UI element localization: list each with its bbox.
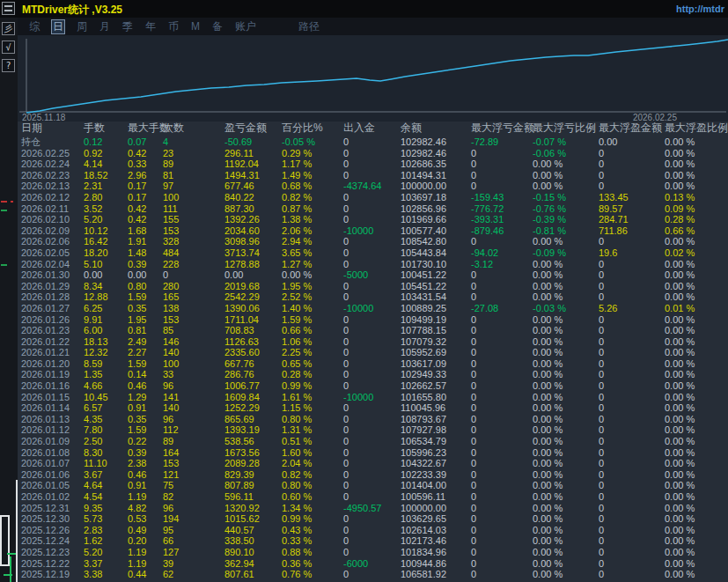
table-row[interactable]: 2026.02.045.100.392281278.881.27 %010173…: [18, 259, 728, 270]
menu-item-账户[interactable]: 账户: [234, 20, 257, 33]
menu-item-备[interactable]: 备: [211, 20, 224, 33]
table-row[interactable]: 2025.12.319.354.82961320.921.34 %-4950.5…: [18, 503, 728, 514]
candle-tick2-decoration: [4, 574, 12, 576]
cell: 0.00 %: [665, 369, 728, 380]
cell: 0.43 %: [282, 525, 343, 536]
table-row[interactable]: 2026.02.244.140.33891192.041.17 %0102686…: [18, 158, 728, 170]
table-row[interactable]: 2025.12.235.201.19127890.100.88 %0101834…: [18, 547, 728, 558]
table-row[interactable]: 2026.02.113.520.42111887.300.87 %0102856…: [18, 203, 728, 215]
column-header: 余额: [401, 122, 471, 135]
table-row[interactable]: 2026.02.122.800.17100840.220.82 %0103697…: [18, 192, 728, 203]
cell: 101655.80: [401, 392, 471, 403]
menu-item-年[interactable]: 年: [144, 20, 157, 33]
table-row[interactable]: 2026.01.2218.132.491461126.631.06 %01070…: [18, 336, 728, 348]
menu-item-周[interactable]: 周: [76, 20, 88, 33]
cell: 0: [343, 336, 401, 348]
cell: 0.00 %: [533, 491, 599, 503]
cell: 2026.01.09: [18, 436, 84, 447]
table-row[interactable]: 2026.01.054.640.9175807.890.80 %0101404.…: [18, 480, 728, 491]
table-row[interactable]: 2025.12.223.371.1939362.940.36 %-6000100…: [18, 558, 728, 570]
cell: 0: [471, 314, 533, 326]
table-header-row: 日期手数最大手数次数盈亏金额百分比%出入金余额最大浮亏金额最大浮亏比例最大浮盈金…: [18, 122, 728, 135]
cell: 102686.35: [401, 158, 471, 170]
table-row[interactable]: 2026.01.134.350.3596865.690.80 %0108793.…: [18, 414, 728, 425]
cell: -879.46: [471, 225, 533, 237]
tools-icon[interactable]: 彡: [2, 22, 15, 35]
check-icon[interactable]: √: [2, 41, 15, 54]
cell: 0.00 %: [665, 136, 728, 148]
table-row[interactable]: 2026.01.092.500.2289538.560.51 %0106534.…: [18, 436, 728, 447]
table-row[interactable]: 2026.01.298.340.802802019.681.95 %010545…: [18, 281, 728, 292]
cell: 105443.84: [401, 247, 471, 259]
table-row[interactable]: 2026.01.276.250.351381390.061.40 %-10000…: [18, 303, 728, 314]
cell: 3098.96: [224, 236, 282, 247]
cell: 296.11: [224, 148, 282, 159]
cell: 0: [599, 180, 665, 192]
cell: 0: [599, 236, 665, 247]
table-row[interactable]: 2026.01.1510.451.291411609.841.61 %-1000…: [18, 392, 728, 403]
cell: 6.25: [84, 303, 128, 314]
red-dash-decoration: [1, 201, 7, 203]
cell: 0: [343, 547, 401, 558]
table-row[interactable]: 2026.01.2812.881.591652542.292.52 %01034…: [18, 291, 728, 303]
candle-outline-decoration: [0, 515, 10, 566]
cell: 102173.46: [401, 535, 471, 547]
cell: 0: [599, 170, 665, 181]
cell: 85: [163, 325, 224, 336]
cell: 2.50: [84, 436, 128, 447]
cell: 1711.04: [224, 314, 282, 326]
cell: 0: [343, 170, 401, 181]
app-url-link[interactable]: http://mtdr: [676, 4, 724, 14]
table-row[interactable]: 2026.01.0711.102.381532089.282.04 %01043…: [18, 458, 728, 469]
table-row[interactable]: 2026.01.236.000.8185708.830.66 %0107788.…: [18, 325, 728, 336]
help-icon[interactable]: ?: [2, 59, 15, 72]
cell: 102982.46: [401, 148, 471, 159]
table-row[interactable]: 2026.01.127.801.591121393.191.31 %010792…: [18, 424, 728, 436]
cell: 1.31 %: [282, 424, 343, 436]
table-row[interactable]: 2026.01.269.911.951531711.041.59 %010949…: [18, 314, 728, 326]
cell: 0: [471, 369, 533, 380]
menu-item-path[interactable]: 路径: [298, 20, 320, 33]
menu-item-季[interactable]: 季: [121, 20, 134, 33]
table-row[interactable]: 2026.01.208.591.59100667.760.65 %0103617…: [18, 358, 728, 370]
menu-item-币[interactable]: 币: [167, 20, 180, 33]
window-restore-icon[interactable]: [2, 2, 15, 15]
cell: 141: [163, 392, 224, 403]
table-row[interactable]: 2026.02.0616.421.913283098.962.94 %01085…: [18, 236, 728, 247]
table-row[interactable]: 2026.01.300.000.0000.000.00 %-5000100451…: [18, 269, 728, 281]
table-row[interactable]: 2026.01.164.660.46961006.770.99 %0102662…: [18, 380, 728, 392]
table-row[interactable]: 2026.01.024.541.1982596.110.60 %0100596.…: [18, 491, 728, 503]
table-row[interactable]: 2025.12.305.730.531941015.620.99 %010362…: [18, 513, 728, 525]
table-row[interactable]: 2026.02.0518.201.484843713.743.65 %01054…: [18, 247, 728, 259]
table-row[interactable]: 2026.02.250.920.4223296.110.29 %0102982.…: [18, 148, 728, 159]
table-row[interactable]: 2026.02.132.310.1797677.460.68 %-4374.64…: [18, 180, 728, 192]
cell: 1.34 %: [282, 503, 343, 514]
menu-item-M[interactable]: M: [190, 20, 201, 33]
cell: 0.00: [224, 269, 282, 281]
table-row[interactable]: 2025.12.262.830.4995440.570.43 %0102614.…: [18, 525, 728, 536]
table-row[interactable]: 2025.12.193.380.4462807.610.76 %0106581.…: [18, 569, 728, 580]
table-row[interactable]: 2026.01.088.300.391641673.561.60 %010599…: [18, 447, 728, 459]
cell: 1.35: [84, 369, 128, 380]
equity-curve-line: [26, 40, 728, 113]
menu-item-日[interactable]: 日: [51, 19, 65, 34]
cell: 82: [163, 491, 224, 503]
menu-item-月[interactable]: 月: [99, 20, 111, 33]
cell: 2026.01.28: [18, 291, 84, 303]
menu-item-综[interactable]: 综: [28, 20, 40, 33]
cell: 103697.18: [401, 192, 471, 203]
table-row[interactable]: 2026.02.2318.522.96811494.311.49 %010149…: [18, 170, 728, 181]
cell: 3.52: [84, 203, 128, 215]
cell: 0.00 %: [533, 547, 599, 558]
table-row[interactable]: 2026.02.0910.121.681532034.602.06 %-1000…: [18, 225, 728, 237]
table-row[interactable]: 2026.02.105.200.421551392.261.38 %010196…: [18, 214, 728, 225]
table-row[interactable]: 2025.12.241.620.2066338.500.33 %0102173.…: [18, 535, 728, 547]
table-row[interactable]: 2026.01.146.570.911401252.291.15 %011004…: [18, 402, 728, 414]
cell: 0.00 %: [665, 392, 728, 403]
table-row[interactable]: 2026.01.191.350.1433286.760.28 %0102949.…: [18, 369, 728, 380]
table-row[interactable]: 持仓0.120.074-50.69-0.05 %0102982.46-72.89…: [18, 136, 728, 148]
cell: 0.00 %: [665, 180, 728, 192]
table-row[interactable]: 2026.01.2112.322.271402335.602.25 %01059…: [18, 347, 728, 358]
table-row[interactable]: 2026.01.063.670.46121829.390.82 %0102233…: [18, 469, 728, 481]
cell: 5.20: [84, 214, 128, 225]
